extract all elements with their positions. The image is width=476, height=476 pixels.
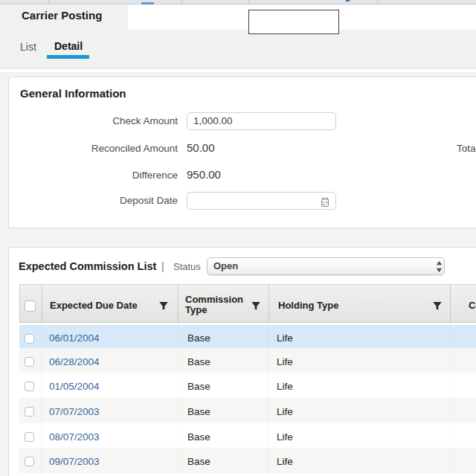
svg-text:17: 17 <box>322 201 328 206</box>
